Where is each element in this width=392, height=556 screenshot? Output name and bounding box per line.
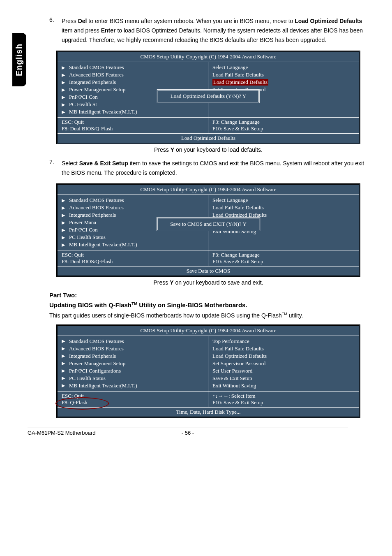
step-number-6: 6. bbox=[49, 16, 62, 45]
arrow-icon: ▶ bbox=[62, 109, 69, 115]
arrow-icon: ▶ bbox=[62, 383, 69, 388]
key-hint: ↑↓→←: Select Item bbox=[212, 393, 355, 399]
key-hint: F8: Dual BIOS/Q-Flash bbox=[62, 125, 204, 132]
arrow-icon: ▶ bbox=[62, 220, 69, 225]
language-tab-label: English bbox=[15, 43, 24, 76]
part-two-paragraph: This part guides users of single-BIOS mo… bbox=[49, 311, 367, 320]
menu-item[interactable]: Power Mana bbox=[69, 219, 96, 226]
menu-item[interactable]: Load Fail-Safe Defaults bbox=[212, 345, 264, 352]
menu-item[interactable]: Advanced BIOS Features bbox=[69, 72, 124, 78]
key-hint: F10: Save & Exit Setup bbox=[212, 399, 355, 406]
menu-item[interactable]: Standard CMOS Features bbox=[69, 338, 124, 345]
arrow-icon: ▶ bbox=[62, 213, 69, 218]
key-hint: F8: Q-Flash bbox=[62, 399, 204, 406]
arrow-icon: ▶ bbox=[62, 205, 69, 211]
menu-item[interactable]: MB Intelligent Tweaker(M.I.T.) bbox=[69, 109, 137, 115]
menu-item[interactable]: Advanced BIOS Features bbox=[69, 204, 124, 211]
menu-item[interactable]: MB Intelligent Tweaker(M.I.T.) bbox=[69, 241, 137, 248]
confirm-dialog[interactable]: Save to CMOS and EXIT (Y/N)? Y bbox=[157, 217, 260, 231]
key-hint: F3: Change Language bbox=[212, 119, 355, 125]
part-two-subheading: Updating BIOS with Q-FlashTM Utility on … bbox=[49, 301, 367, 308]
key-hint: ESC: Quit bbox=[62, 393, 204, 399]
confirm-dialog[interactable]: Load Optimized Defaults (Y/N)? Y bbox=[157, 89, 260, 103]
arrow-icon: ▶ bbox=[62, 95, 69, 100]
arrow-icon: ▶ bbox=[62, 235, 69, 240]
menu-item-selected[interactable]: Load Optimized Defaults bbox=[212, 79, 268, 86]
arrow-icon: ▶ bbox=[62, 65, 69, 70]
key-hint: ESC: Quit bbox=[62, 252, 204, 258]
menu-item[interactable]: Integrated Peripherals bbox=[69, 212, 116, 218]
menu-item[interactable]: Set User Password bbox=[212, 368, 253, 374]
menu-item[interactable]: Top Performance bbox=[212, 338, 249, 345]
model-name: GA-M61PM-S2 Motherboard bbox=[28, 430, 95, 436]
page-content: 6. Press Del to enter BIOS menu after sy… bbox=[49, 16, 367, 418]
menu-item[interactable]: Exit Without Saving bbox=[212, 382, 256, 389]
menu-item[interactable]: Standard CMOS Features bbox=[69, 64, 124, 71]
caption-save-exit: Press Y on your keyboard to save and exi… bbox=[49, 279, 367, 286]
key-hint: F8: Dual BIOS/Q-Flash bbox=[62, 258, 204, 265]
menu-item[interactable]: Integrated Peripherals bbox=[69, 79, 116, 86]
menu-item[interactable]: Power Management Setup bbox=[69, 86, 125, 93]
language-tab: English bbox=[12, 33, 26, 86]
arrow-icon: ▶ bbox=[62, 242, 69, 248]
arrow-icon: ▶ bbox=[62, 72, 69, 78]
menu-item[interactable]: Select Language bbox=[212, 64, 248, 71]
menu-item[interactable]: PC Health Status bbox=[69, 375, 106, 382]
arrow-icon: ▶ bbox=[62, 375, 69, 381]
arrow-icon: ▶ bbox=[62, 102, 69, 107]
page-footer: GA-M61PM-S2 Motherboard - 56 - bbox=[28, 428, 348, 436]
step-6-body: Press Del to enter BIOS menu after syste… bbox=[62, 16, 367, 45]
bios-footer: Time, Date, Hard Disk Type... bbox=[58, 407, 359, 417]
page-number: - 56 - bbox=[182, 430, 194, 436]
menu-item[interactable]: PC Health Status bbox=[69, 234, 106, 241]
menu-item[interactable]: Set Supervisor Password bbox=[212, 360, 265, 367]
menu-item[interactable]: Load Fail-Safe Defaults bbox=[212, 204, 264, 211]
menu-item[interactable]: Load Optimized Defaults bbox=[212, 353, 267, 359]
key-hint: F10: Save & Exit Setup bbox=[212, 125, 355, 132]
arrow-icon: ▶ bbox=[62, 198, 69, 203]
arrow-icon: ▶ bbox=[62, 353, 69, 359]
arrow-icon: ▶ bbox=[62, 361, 69, 366]
menu-item[interactable]: PnP/PCI Configurations bbox=[69, 368, 121, 374]
arrow-icon: ▶ bbox=[62, 368, 69, 373]
bios-title: CMOS Setup Utility-Copyright (C) 1984-20… bbox=[58, 185, 359, 195]
bios-footer: Save Data to CMOS bbox=[58, 266, 359, 276]
key-hint: F10: Save & Exit Setup bbox=[212, 258, 355, 265]
arrow-icon: ▶ bbox=[62, 227, 69, 233]
bios-title: CMOS Setup Utility-Copyright (C) 1984-20… bbox=[58, 326, 359, 336]
menu-item[interactable]: Integrated Peripherals bbox=[69, 353, 116, 359]
menu-item[interactable]: Select Language bbox=[212, 197, 248, 204]
menu-item[interactable]: Standard CMOS Features bbox=[69, 197, 124, 204]
bios-footer: Load Optimized Defaults bbox=[58, 133, 359, 143]
menu-item[interactable]: PnP/PCI Con bbox=[69, 94, 98, 100]
key-hint: F3: Change Language bbox=[212, 252, 355, 258]
menu-item[interactable]: Load Fail-Safe Defaults bbox=[212, 72, 264, 78]
arrow-icon: ▶ bbox=[62, 87, 69, 93]
bios-title: CMOS Setup Utility-Copyright (C) 1984-20… bbox=[58, 52, 359, 62]
part-two-heading: Part Two: bbox=[49, 292, 367, 299]
menu-item[interactable]: Power Management Setup bbox=[69, 360, 125, 367]
menu-item[interactable]: MB Intelligent Tweaker(M.I.T.) bbox=[69, 382, 137, 389]
arrow-icon: ▶ bbox=[62, 338, 69, 344]
step-7-body: Select Save & Exit Setup item to save th… bbox=[62, 159, 367, 178]
menu-item[interactable]: PC Health St bbox=[69, 101, 97, 108]
arrow-icon: ▶ bbox=[62, 346, 69, 351]
menu-item[interactable]: Save & Exit Setup bbox=[212, 375, 252, 382]
menu-item[interactable]: PnP/PCI Con bbox=[69, 227, 98, 233]
key-hint: ESC: Quit bbox=[62, 119, 204, 125]
menu-item[interactable]: Advanced BIOS Features bbox=[69, 345, 124, 352]
caption-load-defaults: Press Y on your keyboard to load default… bbox=[49, 146, 367, 153]
bios-screen-save-exit: CMOS Setup Utility-Copyright (C) 1984-20… bbox=[56, 183, 360, 277]
arrow-icon: ▶ bbox=[62, 80, 69, 85]
bios-screen-single-bios: CMOS Setup Utility-Copyright (C) 1984-20… bbox=[56, 324, 360, 418]
step-number-7: 7. bbox=[49, 159, 62, 178]
bios-screen-load-defaults: CMOS Setup Utility-Copyright (C) 1984-20… bbox=[56, 51, 360, 144]
